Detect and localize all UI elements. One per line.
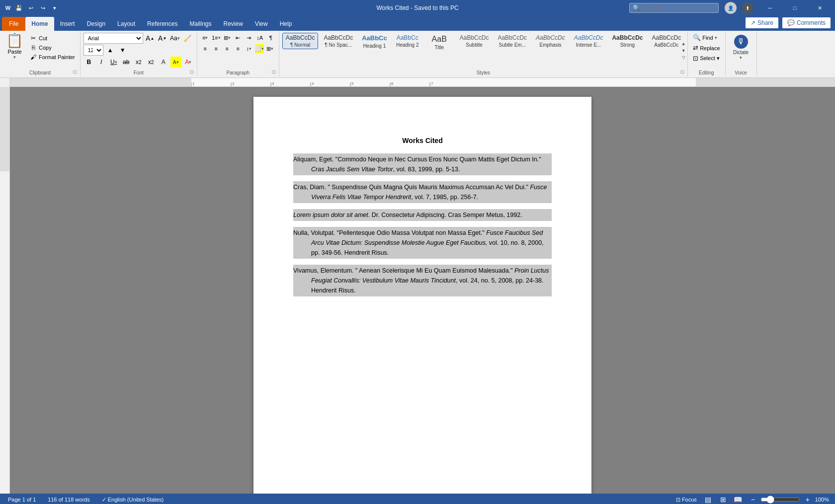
- shading-btn[interactable]: ⬜▾: [255, 44, 264, 53]
- clear-format-btn[interactable]: 🧹: [182, 33, 193, 44]
- close-btn[interactable]: ✕: [808, 0, 831, 16]
- zoom-slider[interactable]: [760, 496, 800, 504]
- style-no-spacing[interactable]: AaBbCcDc ¶ No Spac...: [320, 33, 356, 49]
- paste-icon: 📋: [6, 34, 23, 48]
- style-strong-label: Strong: [620, 42, 635, 48]
- italic-button[interactable]: I: [96, 57, 107, 68]
- style-subtitle-label: Subtitle: [466, 42, 482, 48]
- style-subtitle[interactable]: AaBbCcDc Subtitle: [456, 33, 493, 49]
- style-emphasis[interactable]: AaBbCcDc Emphasis: [532, 33, 569, 49]
- print-layout-btn[interactable]: ▤: [703, 495, 714, 504]
- bold-button[interactable]: B: [84, 57, 94, 68]
- font-expand[interactable]: ⬡: [189, 69, 195, 75]
- grow-font-btn[interactable]: A▲: [145, 33, 156, 44]
- line-spacing-btn[interactable]: ↕▾: [244, 44, 254, 54]
- tab-design[interactable]: Design: [81, 17, 111, 31]
- title-bar-left: W 💾 ↩ ↪ ▾: [4, 3, 60, 13]
- styles-expand[interactable]: ⬡: [679, 69, 685, 75]
- shrink-size-btn[interactable]: ▼: [117, 45, 128, 56]
- style-subtitle-preview: AaBbCcDc: [460, 34, 489, 41]
- style-intense-e[interactable]: AaBbCcDc Intense E...: [571, 33, 607, 49]
- sort-btn[interactable]: ↕A: [255, 33, 265, 43]
- styles-label: Styles: [279, 70, 687, 75]
- styles-scroll-down[interactable]: ▼: [680, 47, 687, 54]
- highlight-btn[interactable]: A▾: [170, 57, 181, 68]
- decrease-indent-btn[interactable]: ⇤: [233, 33, 243, 43]
- comments-button[interactable]: 💬 Comments: [782, 17, 831, 29]
- paste-button[interactable]: 📋 Paste ▾: [3, 33, 26, 68]
- language-btn[interactable]: ✓ English (United States): [100, 496, 166, 504]
- borders-btn[interactable]: ⊞▾: [265, 44, 275, 54]
- tab-help[interactable]: Help: [274, 17, 298, 31]
- bullets-btn[interactable]: ≡▾: [200, 33, 210, 43]
- zoom-in-btn[interactable]: +: [802, 495, 813, 504]
- text-effect-btn[interactable]: A: [158, 57, 169, 68]
- styles-scroll-up[interactable]: ▲: [680, 40, 687, 47]
- minimize-btn[interactable]: ─: [758, 0, 781, 16]
- style-heading2[interactable]: AaBbCc Heading 2: [393, 33, 422, 49]
- font-name-select[interactable]: Arial: [84, 33, 143, 44]
- increase-indent-btn[interactable]: ⇥: [244, 33, 254, 43]
- read-mode-btn[interactable]: 📖: [733, 495, 744, 504]
- zoom-area: − + 100%: [748, 495, 829, 504]
- select-button[interactable]: ⊡ Select ▾: [691, 54, 722, 63]
- tab-review[interactable]: Review: [217, 17, 249, 31]
- dictate-button[interactable]: 🎙 Dictate ▾: [729, 33, 753, 62]
- customize-qat-btn[interactable]: ▾: [50, 3, 60, 13]
- font-size-select[interactable]: 12: [84, 45, 103, 56]
- web-layout-btn[interactable]: ⊞: [718, 495, 729, 504]
- zoom-out-btn[interactable]: −: [748, 495, 758, 504]
- style-normal[interactable]: AaBbCcDc ¶ Normal: [282, 33, 319, 49]
- word-count-btn[interactable]: 116 of 118 words: [46, 496, 91, 504]
- tab-view[interactable]: View: [249, 17, 274, 31]
- style-heading1[interactable]: AaBbCc Heading 1: [358, 33, 391, 50]
- align-center-btn[interactable]: ≡: [211, 44, 221, 54]
- shrink-font-btn[interactable]: A▼: [157, 33, 168, 44]
- citation-2-text: Cras, Diam. " Suspendisse Quis Magna Qui…: [293, 182, 552, 202]
- style-subtle-em[interactable]: AaBbCcDc Subtle Em...: [494, 33, 530, 49]
- status-left: Page 1 of 1 116 of 118 words ✓ English (…: [6, 496, 166, 504]
- tab-insert[interactable]: Insert: [54, 17, 81, 31]
- show-formatting-btn[interactable]: ¶: [266, 33, 276, 43]
- cut-button[interactable]: ✂ Cut: [27, 34, 77, 43]
- find-button[interactable]: 🔍 Find ▾: [691, 33, 719, 42]
- tab-mailings[interactable]: Mailings: [183, 17, 217, 31]
- styles-expand-btn[interactable]: ▽: [680, 54, 687, 61]
- tab-references[interactable]: References: [141, 17, 183, 31]
- underline-button[interactable]: U▾: [108, 57, 119, 68]
- subscript-btn[interactable]: x2: [133, 57, 144, 68]
- clipboard-expand[interactable]: ⬡: [72, 69, 78, 75]
- voice-label: Voice: [726, 70, 756, 75]
- format-painter-button[interactable]: 🖌 Format Painter: [27, 53, 77, 62]
- save-qat-btn[interactable]: 💾: [14, 3, 24, 13]
- focus-btn[interactable]: ⊡ Focus: [674, 496, 699, 504]
- user-avatar[interactable]: 👤: [725, 2, 737, 14]
- numbering-btn[interactable]: 1≡▾: [211, 33, 221, 43]
- strikethrough-btn[interactable]: ab: [121, 57, 132, 68]
- style-strong[interactable]: AaBbCcDc Strong: [608, 33, 646, 49]
- ribbon-collapse-btn[interactable]: ⬆: [743, 3, 752, 13]
- undo-qat-btn[interactable]: ↩: [26, 3, 36, 13]
- share-button[interactable]: ↗ Share: [745, 17, 779, 29]
- align-left-btn[interactable]: ≡: [200, 44, 210, 54]
- search-input[interactable]: [642, 4, 715, 11]
- change-case-btn[interactable]: Aa▾: [169, 33, 180, 44]
- justify-btn[interactable]: ≡: [233, 44, 243, 54]
- style-title[interactable]: AaB Title: [424, 33, 454, 52]
- tab-file[interactable]: File: [2, 17, 25, 31]
- paragraph-expand[interactable]: ⬡: [271, 69, 277, 75]
- multilevel-btn[interactable]: ⊞▾: [222, 33, 232, 43]
- grow-size-btn[interactable]: ▲: [105, 45, 116, 56]
- replace-button[interactable]: ⇄ Replace: [691, 43, 722, 53]
- maximize-btn[interactable]: □: [783, 0, 806, 16]
- tab-layout[interactable]: Layout: [111, 17, 141, 31]
- tab-home[interactable]: Home: [25, 17, 54, 31]
- align-right-btn[interactable]: ≡: [222, 44, 232, 54]
- copy-button[interactable]: ⎘ Copy: [27, 43, 77, 52]
- page-info[interactable]: Page 1 of 1: [6, 496, 38, 504]
- style-more[interactable]: AaBbCcDc AaBbCcDc: [648, 33, 684, 49]
- redo-qat-btn[interactable]: ↪: [38, 3, 48, 13]
- word-count-label: 116 of 118 words: [48, 497, 89, 503]
- font-color-btn[interactable]: A▾: [183, 57, 194, 68]
- superscript-btn[interactable]: x2: [146, 57, 157, 68]
